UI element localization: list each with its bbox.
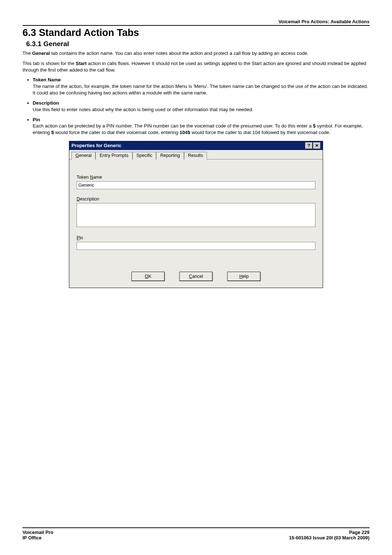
dialog-body: Token Name Description Pin [69, 159, 323, 257]
close-icon[interactable]: ✕ [313, 142, 320, 149]
dialog-title: Properties for Generic [72, 143, 121, 148]
pin-input[interactable] [77, 242, 315, 250]
footer-right-2: 15-601063 Issue 20l (03 March 2009) [289, 535, 369, 540]
tab-reporting[interactable]: Reporting [156, 152, 184, 159]
help-button[interactable]: Help [227, 272, 261, 281]
pin-label-post: in [79, 235, 83, 240]
tab-specific[interactable]: Specific [132, 152, 156, 159]
footer-right-1: Page 229 [349, 530, 369, 535]
help-icon[interactable]: ? [305, 142, 313, 149]
header-breadcrumb: Voicemail Pro Actions: Available Actions [23, 19, 369, 24]
tab-general-t: eneral [79, 153, 92, 158]
cancel-button[interactable]: Cancel [179, 272, 213, 281]
bullet-body-1: Use this field to enter notes about why … [33, 107, 253, 112]
desc-label-u: D [77, 197, 80, 202]
footer-left-1: Voicemail Pro [23, 530, 53, 535]
bullet-pin: Pin Each action can be protected by a PI… [33, 117, 369, 136]
bullet-body-0: The name of the action, for example, the… [33, 84, 368, 96]
pin-label: Pin [77, 235, 315, 240]
tab-strip: General Entry Prompts Specific Reporting… [69, 150, 323, 159]
tab-general-u: G [75, 153, 79, 158]
ok-t: K [148, 274, 151, 279]
top-rule [23, 25, 369, 26]
token-label-post: ame [93, 175, 102, 180]
bullet-pin-b1: $ [313, 123, 315, 129]
section-subtitle: 6.3.1 General [26, 40, 369, 48]
token-name-input[interactable] [77, 181, 315, 189]
section-title: 6.3 Standard Action Tabs [23, 27, 369, 39]
p1-pre: The [23, 50, 32, 56]
cancel-u: C [189, 274, 192, 279]
description-input[interactable] [77, 203, 315, 227]
desc-label-post: escription [80, 197, 99, 202]
intro-paragraph-1: The General tab contains the action name… [23, 50, 369, 57]
bullet-title-2: Pin [33, 117, 40, 122]
bottom-rule [23, 527, 369, 528]
p2-pre: This tab is shown for the [23, 61, 76, 66]
token-name-label: Token Name [77, 175, 315, 180]
bullet-pin-pre: Each action can be protected by a PIN nu… [33, 123, 313, 129]
footer-left-2: IP Office [23, 535, 42, 540]
help-t: elp [242, 274, 249, 279]
tab-results[interactable]: Results [184, 152, 207, 159]
titlebar-buttons: ? ✕ [305, 142, 320, 149]
ok-button[interactable]: OK [131, 272, 165, 281]
bullet-pin-b2: $ [51, 130, 54, 135]
cancel-t: ancel [192, 274, 203, 279]
description-label: Description [77, 197, 315, 202]
p2-bold: Start [76, 61, 87, 66]
properties-dialog: Properties for Generic ? ✕ General Entry… [69, 141, 323, 288]
tab-entry-prompts[interactable]: Entry Prompts [95, 152, 132, 159]
page-footer: Voicemail Pro Page 229 IP Office 15-6010… [23, 527, 369, 540]
p1-bold: General [32, 50, 50, 56]
bullet-pin-mid2: would force the caller to dial their voi… [54, 130, 180, 135]
bullet-list: Token Name The name of the action, for e… [23, 77, 369, 136]
token-label-pre: Token [77, 175, 90, 180]
ok-u: O [145, 274, 148, 279]
bullet-title-1: Description [33, 100, 59, 106]
dialog-button-row: OK Cancel Help [69, 257, 323, 288]
bullet-pin-post: would force the caller to dial 104 follo… [190, 130, 330, 135]
help-u: H [239, 274, 242, 279]
bullet-description: Description Use this field to enter note… [33, 100, 369, 113]
dialog-titlebar: Properties for Generic ? ✕ [69, 141, 323, 150]
tab-general[interactable]: General [72, 152, 95, 159]
token-label-u: N [90, 175, 93, 180]
bullet-pin-b3: 104$ [180, 130, 190, 135]
p1-post: tab contains the action name. You can al… [50, 50, 309, 56]
bullet-title-0: Token Name [33, 77, 61, 82]
intro-paragraph-2: This tab is shown for the Start action i… [23, 60, 369, 73]
bullet-token-name: Token Name The name of the action, for e… [33, 77, 369, 96]
